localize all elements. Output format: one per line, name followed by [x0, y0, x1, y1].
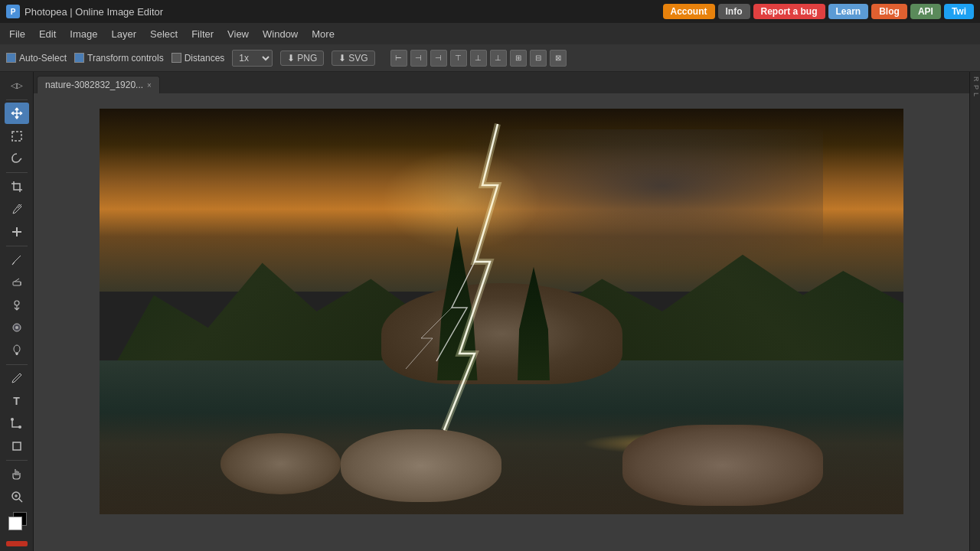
shape-tool-button[interactable] — [5, 435, 29, 457]
transform-controls-checkbox[interactable]: Transform controls — [74, 53, 164, 64]
path-select-tool-button[interactable] — [5, 413, 29, 435]
brush-icon — [11, 254, 23, 266]
transform-icons: ⊢ ⊣ ⊣ ⊤ ⊥ ⊥ ⊞ ⊟ ⊠ — [390, 50, 567, 67]
eyedropper-tool-button[interactable] — [5, 199, 29, 220]
menu-layer[interactable]: Layer — [106, 26, 143, 42]
lasso-tool-button[interactable] — [5, 148, 29, 170]
download-svg-icon: ⬇ — [338, 53, 346, 64]
lasso-icon — [11, 152, 23, 165]
app-logo: P — [6, 5, 20, 18]
hand-icon — [11, 468, 23, 481]
clone-stamp-tool-button[interactable] — [5, 295, 29, 316]
menu-image[interactable]: Image — [64, 26, 103, 42]
foreground-color-swatch[interactable] — [8, 517, 22, 530]
collapse-panel-button[interactable]: ◁▷ — [5, 75, 29, 96]
color-swatches[interactable] — [10, 509, 24, 536]
type-icon: T — [13, 395, 20, 407]
type-tool-button[interactable]: T — [5, 390, 29, 412]
clone-stamp-icon — [11, 299, 23, 311]
canvas-image — [100, 109, 903, 514]
main-area: ◁▷ — [0, 72, 980, 551]
toolbar-divider-1 — [6, 99, 28, 100]
zoom-select[interactable]: 1x 2x 0.5x — [232, 50, 273, 67]
svg-point-8 — [18, 425, 21, 429]
toolbar-divider-3 — [6, 246, 28, 246]
svg-rect-9 — [13, 442, 21, 450]
png-label: PNG — [297, 53, 317, 64]
svg-point-7 — [11, 418, 14, 421]
heal-icon — [11, 226, 23, 238]
menu-file[interactable]: File — [3, 26, 31, 42]
menu-bar: File Edit Image Layer Select Filter View… — [0, 23, 980, 44]
left-toolbar: ◁▷ — [0, 72, 34, 551]
right-panel-item-3[interactable]: L — [971, 93, 980, 96]
info-button[interactable]: Info — [718, 4, 750, 19]
svg-point-6 — [14, 345, 20, 353]
report-bug-button[interactable]: Report a bug — [753, 4, 825, 19]
align-center-h-icon[interactable]: ⊣ — [410, 50, 427, 67]
align-left-icon[interactable]: ⊢ — [390, 50, 407, 67]
distances-check-icon — [172, 53, 181, 63]
align-center-v-icon[interactable]: ⊥ — [470, 50, 487, 67]
auto-select-checkbox[interactable]: Auto-Select — [6, 53, 67, 64]
blog-button[interactable]: Blog — [871, 4, 907, 19]
right-panel-item-2[interactable]: P — [971, 85, 980, 90]
svg-point-3 — [15, 301, 19, 305]
crop-tool-button[interactable] — [5, 176, 29, 197]
select-rect-tool-button[interactable] — [5, 126, 29, 147]
heal-tool-button[interactable] — [5, 221, 29, 243]
svg-point-5 — [15, 326, 18, 329]
dodge-tool-button[interactable] — [5, 340, 29, 361]
api-button[interactable]: API — [910, 4, 941, 19]
svg-rect-2 — [13, 282, 21, 285]
title-bar-right: Account Info Report a bug Learn Blog API… — [663, 4, 974, 19]
document-tab[interactable]: nature-3082832_1920... × — [37, 76, 160, 93]
toolbar-divider-5 — [6, 460, 28, 461]
menu-view[interactable]: View — [221, 26, 255, 42]
menu-select[interactable]: Select — [144, 26, 184, 42]
select-rect-icon — [11, 130, 23, 142]
export-png-button[interactable]: ⬇ PNG — [280, 51, 324, 66]
toolbar-divider-4 — [6, 364, 28, 365]
eraser-tool-button[interactable] — [5, 272, 29, 293]
blur-icon — [11, 321, 23, 334]
path-select-icon — [11, 418, 23, 430]
download-png-icon: ⬇ — [287, 53, 295, 64]
toolbar-divider-2 — [6, 172, 28, 173]
menu-filter[interactable]: Filter — [185, 26, 220, 42]
align-bottom-icon[interactable]: ⊥ — [490, 50, 507, 67]
title-bar-left: P Photopea | Online Image Editor — [6, 5, 163, 18]
align-right-icon[interactable]: ⊣ — [430, 50, 447, 67]
auto-select-label: Auto-Select — [19, 53, 67, 64]
menu-edit[interactable]: Edit — [33, 26, 62, 42]
distribute-v-icon[interactable]: ⊟ — [530, 50, 547, 67]
crop-icon — [11, 181, 23, 193]
distances-checkbox[interactable]: Distances — [172, 53, 225, 64]
eyedropper-icon — [11, 203, 23, 215]
menu-more[interactable]: More — [305, 26, 341, 42]
hand-tool-button[interactable] — [5, 464, 29, 485]
twitter-button[interactable]: Twi — [944, 4, 974, 19]
pen-icon — [11, 372, 23, 384]
lightning-overlay — [100, 109, 903, 514]
blur-tool-button[interactable] — [5, 318, 29, 339]
pen-tool-button[interactable] — [5, 368, 29, 390]
title-text: Photopea | Online Image Editor — [24, 6, 163, 18]
tab-close-icon[interactable]: × — [147, 81, 152, 90]
move-tool-button[interactable] — [5, 103, 29, 124]
distribute-h-icon[interactable]: ⊞ — [510, 50, 527, 67]
zoom-tool-button[interactable] — [5, 486, 29, 507]
right-panel-item-1[interactable]: R — [971, 77, 980, 82]
auto-align-icon[interactable]: ⊠ — [550, 50, 567, 67]
account-button[interactable]: Account — [663, 4, 715, 19]
menu-window[interactable]: Window — [256, 26, 304, 42]
svg-rect-0 — [12, 132, 21, 141]
export-svg-button[interactable]: ⬇ SVG — [332, 51, 374, 66]
distances-label: Distances — [185, 53, 225, 64]
move-icon — [11, 107, 23, 119]
transform-controls-check-icon — [74, 53, 84, 63]
right-panel: R P L — [969, 72, 980, 551]
brush-tool-button[interactable] — [5, 249, 29, 271]
align-top-icon[interactable]: ⊤ — [450, 50, 467, 67]
learn-button[interactable]: Learn — [828, 4, 869, 19]
